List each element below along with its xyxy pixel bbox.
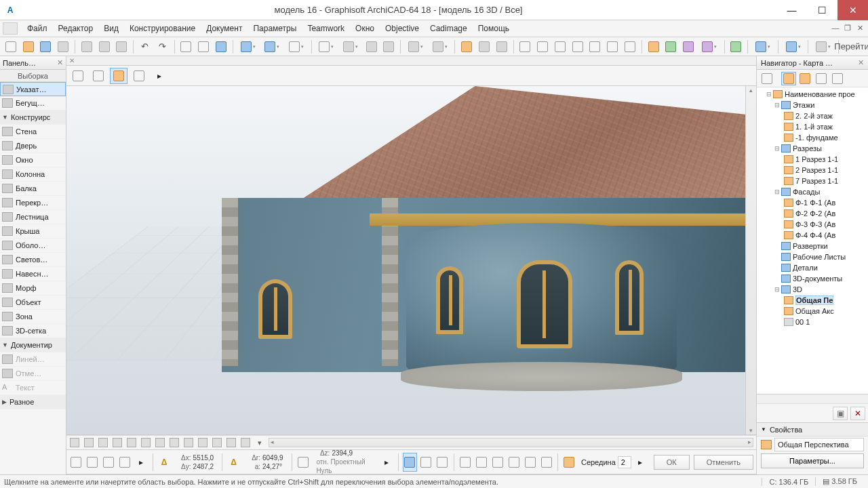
open-button[interactable] <box>20 39 37 55</box>
menu-view[interactable]: Вид <box>98 21 124 36</box>
render-button[interactable] <box>728 39 745 55</box>
cb-snap-6[interactable] <box>490 453 505 472</box>
vb-5[interactable] <box>125 436 138 449</box>
nav-elev-1[interactable]: Ф-1 Ф-1 (Ав <box>758 197 867 208</box>
nav-interior[interactable]: Развертки <box>758 241 867 251</box>
nav-bot-save[interactable]: ▣ <box>833 407 848 420</box>
edit-elevate-button[interactable] <box>570 39 586 55</box>
toolbox-header[interactable]: Панель… ✕ <box>0 56 66 70</box>
cb-delta[interactable]: Δ <box>157 453 172 472</box>
tool-wall[interactable]: Стена <box>0 125 66 139</box>
nav-section-2[interactable]: 2 Разрез 1-1 <box>758 165 867 176</box>
show-sel-button[interactable] <box>646 39 662 55</box>
edit-stretch-button[interactable] <box>604 39 620 55</box>
nav-section-1[interactable]: 1 Разрез 1-1 <box>758 154 867 165</box>
cb-1[interactable] <box>69 453 83 472</box>
nav-btn-project[interactable] <box>781 72 796 85</box>
nav-elev-2[interactable]: Ф-2 Ф-2 (Ав <box>758 208 867 219</box>
nav-details[interactable]: Детали <box>758 262 867 273</box>
vb-4[interactable] <box>111 436 124 449</box>
toolbox-close-icon[interactable]: ✕ <box>57 58 63 67</box>
snap-x-button[interactable]: ▾ <box>237 39 260 55</box>
vb-8[interactable] <box>167 436 181 449</box>
menu-app-icon[interactable] <box>3 22 18 35</box>
paste-button[interactable] <box>113 39 130 55</box>
cb-snap-mode[interactable] <box>562 453 576 472</box>
trace-button[interactable]: ▾ <box>751 39 774 55</box>
menu-design[interactable]: Конструирование <box>124 21 201 36</box>
ok-button[interactable]: ОК <box>654 455 690 470</box>
cb-snap-2[interactable] <box>419 453 433 472</box>
tool-beam[interactable]: Балка <box>0 182 66 196</box>
menu-teamwork[interactable]: Teamwork <box>302 21 350 36</box>
edit-move-button[interactable] <box>517 39 534 55</box>
tool-door[interactable]: Дверь <box>0 139 66 153</box>
menu-window[interactable]: Окно <box>350 21 380 36</box>
show-all-button[interactable] <box>663 39 679 55</box>
tool-morph[interactable]: Морф <box>0 281 66 296</box>
tool-cat-construct[interactable]: ▼Конструирс <box>0 110 66 125</box>
cb-z-dd[interactable]: ▸ <box>380 453 394 472</box>
tool-curtain[interactable]: Навесн… <box>0 267 66 281</box>
props-params-button[interactable]: Параметры... <box>761 453 864 468</box>
vb-12[interactable] <box>224 436 238 449</box>
tool-zone[interactable]: Зона <box>0 310 66 324</box>
nav-bot-delete[interactable]: ✕ <box>850 407 865 420</box>
cancel-button[interactable]: Отменить <box>694 455 753 470</box>
cb-snap-1[interactable] <box>403 453 417 472</box>
navigator-header[interactable]: Навигатор - Карта … ✕ <box>757 56 868 70</box>
cb-4[interactable] <box>118 453 132 472</box>
menu-document[interactable]: Документ <box>201 21 248 36</box>
nav-worksheets[interactable]: Рабочие Листы <box>758 251 867 262</box>
edit-rotate-button[interactable] <box>534 39 551 55</box>
tool-skylight[interactable]: Светов… <box>0 253 66 267</box>
nav-btn-1[interactable] <box>760 72 774 85</box>
vb-1[interactable] <box>68 436 81 449</box>
close-button[interactable]: ✕ <box>837 0 868 20</box>
props-name-field[interactable]: Общая Перспектива <box>774 438 864 451</box>
tool-object[interactable]: Объект <box>0 296 66 310</box>
sec-btn-3[interactable] <box>110 68 127 84</box>
pick-button[interactable] <box>178 39 195 55</box>
tool-stair[interactable]: Лестница <box>0 210 66 224</box>
sec-btn-2[interactable] <box>90 68 107 84</box>
tool-arrow[interactable]: Указат… <box>0 82 66 96</box>
cb-snap-9[interactable] <box>539 453 553 472</box>
mdi-restore[interactable]: ❐ <box>842 24 853 33</box>
new-button[interactable] <box>3 39 19 55</box>
nav-btn-publisher[interactable] <box>830 72 845 85</box>
cb-3[interactable] <box>102 453 116 472</box>
nav-hscroll[interactable] <box>757 394 868 403</box>
mdi-close[interactable]: ✕ <box>854 24 865 33</box>
nav-root[interactable]: ⊟Наименование прое <box>758 89 867 100</box>
nav-3d[interactable]: ⊟3D <box>758 284 867 295</box>
minimize-button[interactable]: — <box>776 0 807 20</box>
viewport-3d[interactable] <box>66 86 756 435</box>
nav-3ddocs[interactable]: 3D-документы <box>758 273 867 284</box>
vb-dd[interactable]: ▾ <box>253 436 267 449</box>
gravity-button[interactable] <box>363 39 380 55</box>
edit-resize-button[interactable] <box>622 39 638 55</box>
nav-perspective[interactable]: Общая Пе <box>758 295 867 306</box>
cutplane-button[interactable]: ▾ <box>698 39 721 55</box>
nav-section-7[interactable]: 7 Разрез 1-1 <box>758 176 867 186</box>
tool-window[interactable]: Окно <box>0 153 66 167</box>
nav-elev-3[interactable]: Ф-3 Ф-3 (Ав <box>758 219 867 230</box>
nav-floor-2[interactable]: 2. 2-й этаж <box>758 110 867 121</box>
lock-button[interactable]: ▾ <box>429 39 452 55</box>
grid-snap-button[interactable]: ▾ <box>339 39 362 55</box>
inject-button[interactable] <box>195 39 212 55</box>
menu-objective[interactable]: Objective <box>380 21 425 36</box>
tool-shell[interactable]: Оболо… <box>0 239 66 253</box>
go-button[interactable]: Перейти▾ <box>842 39 865 55</box>
navigator-close-icon[interactable]: ✕ <box>858 58 864 67</box>
redo-button[interactable]: ↷ <box>155 39 171 55</box>
maximize-button[interactable]: ☐ <box>807 0 837 20</box>
tool-roof[interactable]: Крыша <box>0 224 66 239</box>
nav-elev-4[interactable]: Ф-4 Ф-4 (Ав <box>758 230 867 241</box>
tool-cat-misc[interactable]: ▶Разное <box>0 395 66 409</box>
nav-axo[interactable]: Общая Акс <box>758 306 867 317</box>
copy-button[interactable] <box>96 39 113 55</box>
vb-13[interactable] <box>239 436 252 449</box>
menu-options[interactable]: Параметры <box>248 21 302 36</box>
